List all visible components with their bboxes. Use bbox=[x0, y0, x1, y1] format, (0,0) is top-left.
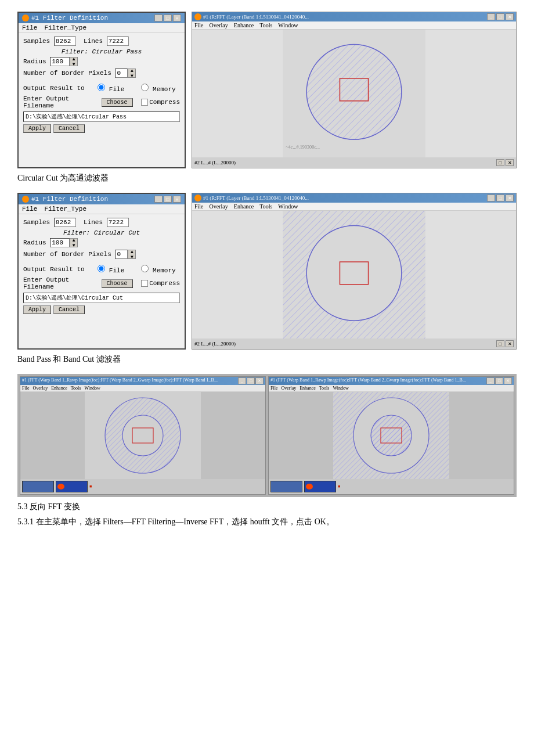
status-btn-2[interactable]: ✕ bbox=[506, 159, 514, 166]
band-pass-min[interactable]: _ bbox=[238, 377, 246, 384]
fft-title-text-1: #1 (R:FFT (Layer (Band 1:L5130041_041200… bbox=[203, 14, 309, 20]
cancel-button-2[interactable]: Cancel bbox=[53, 305, 85, 314]
filename-label-2: Enter Output Filename bbox=[23, 276, 93, 290]
filter-dialog-2: #1 Filter Definition _ □ ✕ File Filter_T… bbox=[17, 193, 186, 350]
compress-check-1[interactable] bbox=[141, 99, 148, 106]
menu-file-1[interactable]: File bbox=[22, 24, 37, 31]
fft-title-text-2: #1 (R:FFT (Layer (Band 1:L5130041_041200… bbox=[203, 195, 309, 201]
close-button-2[interactable]: ✕ bbox=[173, 196, 181, 203]
status-btn-4[interactable]: ✕ bbox=[506, 340, 514, 347]
cancel-button-1[interactable]: Cancel bbox=[53, 124, 85, 133]
compress-checkbox-2[interactable]: Compress bbox=[141, 280, 180, 287]
fft-maximize-2[interactable]: □ bbox=[496, 195, 504, 201]
choose-button-1[interactable]: Choose bbox=[102, 98, 133, 107]
fft-menu-enhance-1[interactable]: Enhance bbox=[234, 22, 254, 28]
menu-filtertype-2[interactable]: Filter_Type bbox=[44, 206, 86, 213]
fft-close-1[interactable]: ✕ bbox=[506, 13, 514, 20]
fft-close-2[interactable]: ✕ bbox=[506, 195, 514, 201]
fft-menu-tools-1[interactable]: Tools bbox=[259, 22, 272, 28]
band-pass-titlebar: #1 (FFT (Warp Band 1_Rawp Image(foc):FFT… bbox=[20, 377, 265, 385]
minimize-button-2[interactable]: _ bbox=[154, 196, 163, 203]
samples-row-1: Samples Lines bbox=[23, 37, 180, 46]
border-input-1[interactable] bbox=[115, 69, 128, 78]
dialog-controls-2[interactable]: _ □ ✕ bbox=[154, 196, 181, 203]
border-spinner-1[interactable]: ▲▼ bbox=[128, 69, 136, 78]
compress-label-2: Compress bbox=[149, 280, 180, 287]
choose-button-2[interactable]: Choose bbox=[102, 279, 133, 288]
status-btn-1[interactable]: □ bbox=[496, 159, 504, 166]
band-pass-tools[interactable]: Tools bbox=[71, 386, 81, 391]
fft-menu-overlay-1[interactable]: Overlay bbox=[210, 22, 228, 28]
output-file-radio-2[interactable]: File bbox=[98, 265, 124, 274]
band-pass-enhance[interactable]: Enhance bbox=[51, 386, 67, 391]
fft-controls-2[interactable]: _ □ ✕ bbox=[487, 195, 514, 201]
lines-input-2[interactable] bbox=[107, 218, 129, 227]
band-cut-file[interactable]: File bbox=[270, 386, 277, 391]
menu-filtertype-1[interactable]: Filter_Type bbox=[44, 24, 86, 31]
lines-input-1[interactable] bbox=[107, 37, 129, 46]
dialog-controls-1[interactable]: _ □ ✕ bbox=[154, 15, 181, 21]
fft-menu-window-1[interactable]: Window bbox=[278, 22, 298, 28]
fft-menu-file-1[interactable]: File bbox=[194, 22, 204, 28]
samples-input-2[interactable] bbox=[54, 218, 76, 227]
band-pass-overlay[interactable]: Overlay bbox=[33, 386, 48, 391]
fft-menu-window-2[interactable]: Window bbox=[278, 203, 298, 210]
band-pass-controls[interactable]: _ □ ✕ bbox=[238, 377, 264, 384]
fft-menu-enhance-2[interactable]: Enhance bbox=[234, 203, 254, 210]
apply-button-2[interactable]: Apply bbox=[23, 305, 51, 314]
fft-menu-overlay-2[interactable]: Overlay bbox=[210, 203, 228, 210]
fft-menu-tools-2[interactable]: Tools bbox=[259, 203, 272, 210]
menu-file-2[interactable]: File bbox=[22, 206, 37, 213]
status-btn-3[interactable]: □ bbox=[496, 340, 504, 347]
band-cut-circle-icon bbox=[306, 484, 313, 489]
fft-menu-file-2[interactable]: File bbox=[194, 203, 204, 210]
radius-input-1[interactable] bbox=[50, 57, 70, 66]
band-cut-titlebar: #1 (FFT (Warp Band 1_Rawp Image(foc):FFT… bbox=[269, 377, 514, 385]
fft-panel-2: #1 (R:FFT (Layer (Band 1:L5130041_041200… bbox=[192, 193, 517, 350]
samples-input-1[interactable] bbox=[54, 37, 76, 46]
border-spinner-2[interactable]: ▲▼ bbox=[128, 250, 136, 259]
band-pass-close[interactable]: ✕ bbox=[255, 377, 264, 384]
titlebar-left-2: #1 Filter Definition bbox=[22, 196, 108, 203]
apply-cancel-row-2: Apply Cancel bbox=[23, 305, 180, 314]
band-cut-close[interactable]: ✕ bbox=[504, 377, 512, 384]
radius-row-2: Radius ▲▼ bbox=[23, 238, 180, 247]
fft-minimize-1[interactable]: _ bbox=[487, 13, 495, 20]
apply-button-1[interactable]: Apply bbox=[23, 124, 51, 133]
radius-input-2[interactable] bbox=[50, 238, 70, 247]
maximize-button-1[interactable]: □ bbox=[164, 15, 172, 21]
band-cut-min[interactable]: _ bbox=[486, 377, 495, 384]
radius-spinner-2[interactable]: ▲▼ bbox=[70, 238, 78, 247]
fft-status-text-2: #2 L...# (L...20000) bbox=[194, 341, 236, 347]
band-pass-file[interactable]: File bbox=[22, 386, 29, 391]
border-input-2[interactable] bbox=[115, 250, 128, 259]
band-pass-window[interactable]: Window bbox=[84, 386, 100, 391]
fft-canvas-1: ~4c...#.190300c... bbox=[192, 30, 516, 157]
compress-check-2[interactable] bbox=[141, 280, 148, 287]
band-cut-max[interactable]: □ bbox=[495, 377, 503, 384]
output-memory-radio-2[interactable]: Memory bbox=[141, 265, 175, 274]
fft-title-icon-2 bbox=[194, 195, 201, 201]
fft-controls-1[interactable]: _ □ ✕ bbox=[487, 13, 514, 20]
maximize-button-2[interactable]: □ bbox=[164, 196, 172, 203]
minimize-button-1[interactable]: _ bbox=[154, 15, 163, 21]
samples-label-2: Samples bbox=[23, 219, 50, 226]
band-pass-canvas bbox=[20, 392, 265, 479]
fft-minimize-2[interactable]: _ bbox=[487, 195, 495, 201]
radius-spinner-1[interactable]: ▲▼ bbox=[70, 57, 78, 66]
close-button-1[interactable]: ✕ bbox=[173, 15, 181, 21]
output-file-radio-1[interactable]: File bbox=[98, 84, 124, 93]
dialog-body-2: Samples Lines Filter: Circular Cut Radiu… bbox=[19, 214, 185, 318]
band-cut-tools[interactable]: Tools bbox=[319, 386, 330, 391]
band-row: #1 (FFT (Warp Band 1_Rawp Image(foc):FFT… bbox=[17, 374, 517, 497]
band-cut-enhance[interactable]: Enhance bbox=[300, 386, 316, 391]
lines-label-2: Lines bbox=[84, 219, 103, 226]
fft-maximize-1[interactable]: □ bbox=[496, 13, 504, 20]
compress-checkbox-1[interactable]: Compress bbox=[141, 99, 180, 106]
band-cut-controls[interactable]: _ □ ✕ bbox=[486, 377, 512, 384]
band-cut-window[interactable]: Window bbox=[333, 386, 348, 391]
output-memory-radio-1[interactable]: Memory bbox=[141, 84, 175, 93]
band-pass-menubar: File Overlay Enhance Tools Window bbox=[20, 385, 265, 392]
band-cut-overlay[interactable]: Overlay bbox=[281, 386, 296, 391]
band-pass-max[interactable]: □ bbox=[247, 377, 255, 384]
